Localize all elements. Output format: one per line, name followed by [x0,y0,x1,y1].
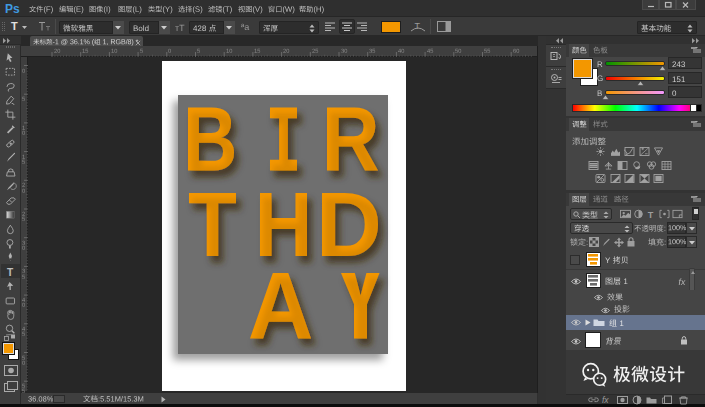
svg-text:fx: fx [602,395,609,405]
svg-text:T: T [415,21,421,31]
svg-text:T: T [648,210,654,219]
